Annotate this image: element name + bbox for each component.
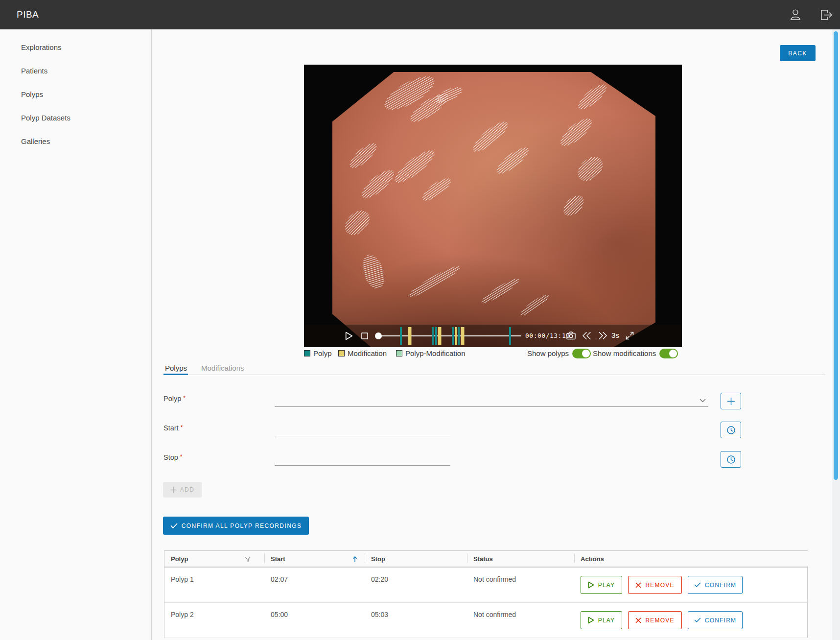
cell-stop: 05:03 [365,603,467,638]
confirm-recording-button[interactable]: CONFIRM [688,576,743,594]
plus-icon [727,397,735,405]
timeline-marker-polyp [400,327,402,345]
cell-status: Not confirmed [467,603,574,638]
modification-swatch [338,350,345,356]
plus-icon [170,487,177,493]
video-player[interactable]: 00:00/13:19 3s [304,65,682,347]
timeline-marker-polyp [435,327,437,345]
clock-icon [726,455,736,464]
check-icon [170,523,178,529]
camera-icon [566,332,576,340]
chevron-down-icon[interactable] [700,396,706,405]
tab-polyps[interactable]: Polyps [165,362,187,374]
polyp-modification-swatch [396,350,402,356]
start-input[interactable] [275,436,450,436]
stop-time-picker-button[interactable] [721,451,741,468]
cell-polyp: Polyp 1 [164,568,264,603]
timeline-marker-modification [461,327,464,345]
page-scrollbar[interactable] [832,29,840,640]
expand-icon [626,332,634,340]
snapshot-button[interactable] [566,332,576,340]
cell-status: Not confirmed [467,568,574,603]
filter-icon[interactable] [245,551,251,568]
polyp-swatch [304,350,310,356]
sidebar-item-polyp-datasets[interactable]: Polyp Datasets [21,112,70,124]
cell-actions: PLAY REMOVE CONFIRM [574,603,808,638]
column-header-polyp[interactable]: Polyp [164,551,264,568]
column-header-stop[interactable]: Stop [365,551,467,568]
start-time-picker-button[interactable] [721,422,741,438]
stop-field-label: Stop* [163,453,183,461]
add-button[interactable]: ADD [163,482,202,498]
legend-polyp-label: Polyp [313,349,332,358]
legend-modification-label: Modification [348,349,387,358]
stop-icon [361,332,368,339]
sidebar-item-polyps[interactable]: Polyps [21,89,43,100]
skip-seconds-label[interactable]: 3s [611,331,619,339]
required-marker: * [181,424,183,431]
column-header-start[interactable]: Start [264,551,365,568]
show-modifications-label: Show modifications [593,349,656,358]
column-header-status[interactable]: Status [467,551,574,568]
toggle-knob [669,350,677,357]
timeline-marker-modification [455,327,457,345]
sidebar: Explorations Patients Polyps Polyp Datas… [0,29,152,640]
legend-polyp-modification-label: Polyp-Modification [405,349,466,358]
play-icon [345,329,353,343]
confirm-all-button[interactable]: CONFIRM ALL POLYP RECORDINGS [163,517,309,535]
close-icon [635,582,641,588]
polyp-select[interactable] [275,406,708,407]
show-polyps-toggle[interactable] [572,349,591,358]
sort-ascending-icon[interactable] [352,551,358,568]
stop-input[interactable] [275,465,450,466]
sidebar-item-explorations[interactable]: Explorations [21,42,62,53]
stop-button[interactable] [361,332,368,339]
show-modifications-toggle[interactable] [659,349,678,358]
timeline-marker-polyp [509,327,511,345]
cell-stop: 02:20 [365,568,467,603]
play-icon [588,616,594,624]
sidebar-item-patients[interactable]: Patients [21,65,47,77]
rewind-icon [582,332,592,340]
toggle-knob [582,350,590,357]
check-icon [694,617,701,623]
fast-forward-icon [598,332,608,340]
remove-recording-button[interactable]: REMOVE [628,611,682,629]
video-controls-bar: 00:00/13:19 3s [304,325,682,347]
polyp-field-label: Polyp* [163,395,186,403]
back-button[interactable]: BACK [780,45,816,61]
scrollbar-thumb[interactable] [834,31,838,480]
check-icon [694,582,701,588]
timeline-markers [378,327,521,345]
fullscreen-button[interactable] [626,332,634,340]
tab-modifications[interactable]: Modifications [201,362,244,374]
tab-divider [163,375,825,375]
time-display: 00:00/13:19 [525,332,570,339]
play-recording-button[interactable]: PLAY [581,611,622,629]
play-button[interactable] [345,329,353,343]
start-field-label: Start* [163,424,183,432]
piba-app: PIBA Explorations Patients Polyps Polyp … [0,0,840,640]
add-polyp-button[interactable] [721,393,741,409]
show-polyps-label: Show polyps [527,349,569,358]
play-icon [588,581,594,589]
play-recording-button[interactable]: PLAY [581,576,622,594]
cell-start: 02:07 [264,568,365,603]
user-menu-button[interactable] [788,7,803,22]
fast-forward-button[interactable] [598,332,608,340]
required-marker: * [183,395,186,402]
active-tab-underline [163,374,188,375]
cell-actions: PLAY REMOVE CONFIRM [574,568,808,603]
confirm-recording-button[interactable]: CONFIRM [688,611,743,629]
cell-start: 05:00 [264,603,365,638]
logout-button[interactable] [818,7,833,22]
polyp-recordings-table: Polyp Start Stop Status Actions Polyp 1 … [164,550,808,638]
remove-recording-button[interactable]: REMOVE [628,576,682,594]
timeline-thumb[interactable] [375,332,382,339]
timeline-marker-polyp [452,327,454,345]
sidebar-item-galleries[interactable]: Galleries [21,136,50,147]
close-icon [635,617,641,623]
top-bar: PIBA [0,0,840,29]
column-header-actions: Actions [574,551,808,568]
rewind-button[interactable] [582,332,592,340]
